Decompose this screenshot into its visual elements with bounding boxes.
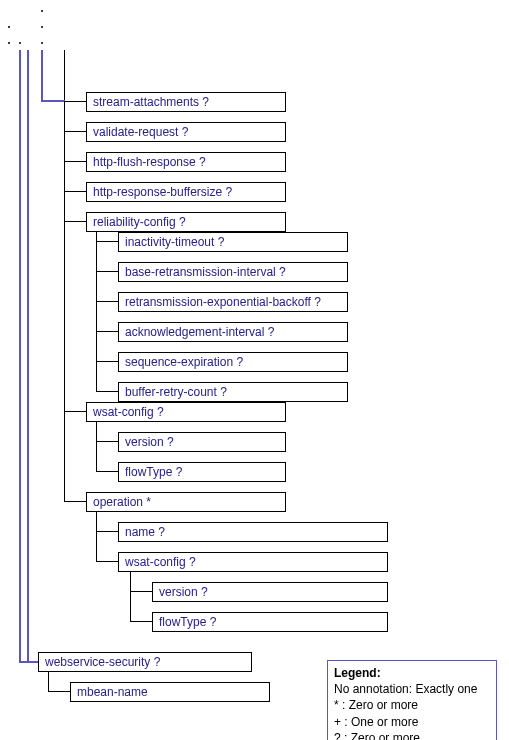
ellipsis-dot	[8, 42, 10, 44]
legend-line: * : Zero or more	[334, 697, 490, 713]
node-webservice-security: webservice-security ?	[38, 652, 252, 672]
node-label: http-response-buffersize ?	[93, 185, 232, 199]
node-label: retransmission-exponential-backoff ?	[125, 295, 321, 309]
node-label: stream-attachments ?	[93, 95, 209, 109]
node-acknowledgement-interval: acknowledgement-interval ?	[118, 322, 348, 342]
tree-connector	[96, 512, 97, 561]
node-operation: operation *	[86, 492, 286, 512]
node-label: http-flush-response ?	[93, 155, 206, 169]
tree-connector	[96, 361, 118, 362]
node-inactivity-timeout: inactivity-timeout ?	[118, 232, 348, 252]
ellipsis-dot	[41, 10, 43, 12]
node-label: wsat-config ?	[125, 555, 196, 569]
tree-connector	[64, 101, 86, 102]
tree-connector	[19, 50, 21, 662]
legend-box: Legend: No annotation: Exactly one * : Z…	[327, 660, 497, 740]
tree-connector	[64, 221, 86, 222]
tree-connector	[96, 232, 97, 391]
node-http-response-buffersize: http-response-buffersize ?	[86, 182, 286, 202]
node-label: buffer-retry-count ?	[125, 385, 227, 399]
node-label: version ?	[159, 585, 208, 599]
node-sequence-expiration: sequence-expiration ?	[118, 352, 348, 372]
node-validate-request: validate-request ?	[86, 122, 286, 142]
legend-line: + : One or more	[334, 714, 490, 730]
node-label: flowType ?	[125, 465, 182, 479]
node-label: sequence-expiration ?	[125, 355, 243, 369]
node-label: acknowledgement-interval ?	[125, 325, 274, 339]
node-label: flowType ?	[159, 615, 216, 629]
tree-connector	[96, 531, 118, 532]
node-operation-name: name ?	[118, 522, 388, 542]
tree-connector	[64, 501, 86, 502]
tree-connector	[64, 50, 65, 501]
legend-line: No annotation: Exactly one	[334, 681, 490, 697]
node-label: mbean-name	[77, 685, 148, 699]
node-wsat-version: version ?	[118, 432, 286, 452]
tree-connector	[48, 672, 49, 691]
node-operation-wsat-flowtype: flowType ?	[152, 612, 388, 632]
node-operation-wsat-config: wsat-config ?	[118, 552, 388, 572]
legend-line: ? : Zero or more	[334, 730, 490, 740]
tree-connector	[19, 661, 38, 663]
node-http-flush-response: http-flush-response ?	[86, 152, 286, 172]
tree-connector	[41, 50, 43, 102]
tree-connector	[96, 391, 118, 392]
tree-connector	[64, 191, 86, 192]
node-label: wsat-config ?	[93, 405, 164, 419]
node-label: reliability-config ?	[93, 215, 186, 229]
tree-connector	[27, 50, 29, 662]
tree-connector	[48, 691, 70, 692]
node-operation-wsat-version: version ?	[152, 582, 388, 602]
node-buffer-retry-count: buffer-retry-count ?	[118, 382, 348, 402]
node-label: webservice-security ?	[45, 655, 160, 669]
tree-connector	[64, 131, 86, 132]
node-wsat-config: wsat-config ?	[86, 402, 286, 422]
tree-connector	[96, 331, 118, 332]
tree-connector	[64, 411, 86, 412]
tree-connector	[130, 572, 131, 621]
node-label: validate-request ?	[93, 125, 188, 139]
ellipsis-dot	[19, 42, 21, 44]
node-mbean-name: mbean-name	[70, 682, 270, 702]
ellipsis-dot	[41, 42, 43, 44]
node-base-retransmission-interval: base-retransmission-interval ?	[118, 262, 348, 282]
tree-diagram: stream-attachments ? validate-request ? …	[0, 0, 509, 740]
node-retransmission-exponential-backoff: retransmission-exponential-backoff ?	[118, 292, 348, 312]
tree-connector	[130, 591, 152, 592]
tree-connector	[96, 471, 118, 472]
tree-connector	[96, 422, 97, 471]
node-reliability-config: reliability-config ?	[86, 212, 286, 232]
node-label: version ?	[125, 435, 174, 449]
tree-connector	[96, 241, 118, 242]
ellipsis-dot	[8, 26, 10, 28]
tree-connector	[96, 441, 118, 442]
tree-connector	[130, 621, 152, 622]
tree-connector	[96, 561, 118, 562]
tree-connector	[96, 301, 118, 302]
tree-connector	[64, 161, 86, 162]
node-label: operation *	[93, 495, 151, 509]
legend-title: Legend:	[334, 665, 490, 681]
tree-connector	[41, 100, 65, 102]
ellipsis-dot	[41, 26, 43, 28]
node-stream-attachments: stream-attachments ?	[86, 92, 286, 112]
node-label: inactivity-timeout ?	[125, 235, 224, 249]
tree-connector	[96, 271, 118, 272]
node-wsat-flowtype: flowType ?	[118, 462, 286, 482]
node-label: base-retransmission-interval ?	[125, 265, 286, 279]
node-label: name ?	[125, 525, 165, 539]
